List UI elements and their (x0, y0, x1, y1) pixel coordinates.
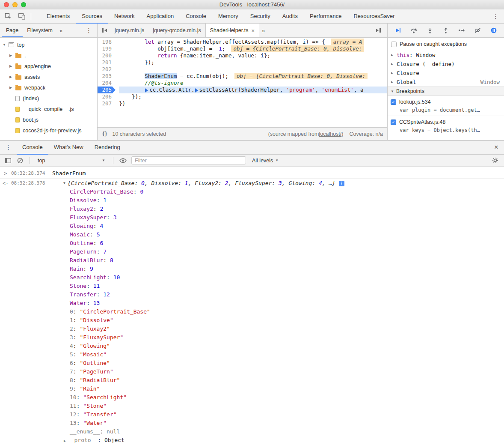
pause-on-caught-checkbox[interactable] (391, 42, 397, 47)
file-tab-jquery-min-js[interactable]: jquery.min.js (110, 24, 148, 37)
main-tab-security[interactable]: Security (244, 9, 276, 24)
object-property-row[interactable]: Rain: 9 (0, 265, 504, 273)
line-number[interactable]: 207 (98, 100, 116, 107)
line-number[interactable]: 205 (98, 87, 116, 93)
object-property-row[interactable]: 9: "Rain" (0, 385, 504, 393)
continue-to-marker-icon[interactable] (145, 88, 148, 93)
tree-item-index[interactable]: (index) (0, 93, 97, 104)
main-tab-sources[interactable]: Sources (76, 9, 108, 24)
object-property-row[interactable]: Glowing: 4 (0, 222, 504, 230)
object-property-row[interactable]: 7: "PageTurn" (0, 367, 504, 376)
object-property-row[interactable]: Mosaic: 5 (0, 230, 504, 239)
object-property-row[interactable]: 10: "SearchLight" (0, 393, 504, 402)
resume-script-icon[interactable] (393, 26, 403, 35)
main-menu-icon[interactable]: ⋮ (487, 12, 504, 20)
object-property-row[interactable]: Dissolve: 1 (0, 196, 504, 205)
device-toolbar-icon[interactable] (16, 11, 27, 22)
context-selector[interactable]: top ▼ (38, 158, 105, 164)
tree-item-cocos2d-js-for-preview-js[interactable]: cocos2d-js-for-preview.js (0, 125, 97, 136)
disclosure-icon[interactable]: ▶ (9, 75, 15, 79)
scope-row-global[interactable]: ▶GlobalWindow (388, 78, 504, 87)
line-number[interactable]: 198 (98, 39, 116, 45)
source-mapped-link[interactable]: localhost/ (319, 131, 341, 137)
main-tab-audits[interactable]: Audits (276, 9, 304, 24)
tree-item-top[interactable]: ▼top (0, 39, 97, 50)
step-over-icon[interactable] (409, 26, 418, 35)
main-tab-resourcessaver[interactable]: ResourcesSaver (347, 9, 400, 24)
line-number[interactable]: 200 (98, 52, 116, 59)
object-property-row[interactable]: 6: "Outline" (0, 359, 504, 367)
line-number[interactable]: 203 (98, 73, 116, 80)
object-property-row[interactable]: Stone: 11 (0, 282, 504, 290)
close-tab-icon[interactable]: × (251, 27, 255, 34)
object-property-row[interactable]: CirclePortrait_Base: 0 (0, 188, 504, 196)
object-property-row[interactable]: Outline: 6 (0, 239, 504, 248)
console-filter-input[interactable] (131, 156, 246, 164)
main-tab-memory[interactable]: Memory (212, 9, 244, 24)
scope-row-closure[interactable]: ▶Closure (__define) (388, 60, 504, 69)
object-property-row[interactable]: 3: "FluxaySuper" (0, 333, 504, 342)
drawer-tab-rendering[interactable]: Rendering (89, 140, 126, 155)
drawer-tab-console[interactable]: Console (17, 140, 48, 155)
object-property-row[interactable]: 1: "Dissolve" (0, 316, 504, 325)
more-navigator-tabs-icon[interactable]: » (57, 27, 65, 34)
object-property-row[interactable]: FluxaySuper: 3 (0, 213, 504, 222)
object-property-row[interactable]: 12: "Transfer" (0, 410, 504, 419)
object-property-row[interactable]: ▶__proto__: Object (0, 436, 504, 445)
close-drawer-icon[interactable]: × (489, 143, 504, 152)
object-property-row[interactable]: 2: "Fluxay2" (0, 325, 504, 333)
disclosure-icon[interactable]: ▶ (391, 80, 397, 84)
disclosure-icon[interactable]: ▶ (391, 71, 397, 75)
object-property-row[interactable]: 5: "Mosaic" (0, 350, 504, 359)
main-tab-console[interactable]: Console (180, 9, 212, 24)
window-minimize-button[interactable] (12, 2, 18, 7)
window-close-button[interactable] (4, 2, 9, 7)
scope-row-this[interactable]: ▶this: Window (388, 51, 504, 60)
line-number[interactable]: 204 (98, 80, 116, 87)
object-property-row[interactable]: 8: "RadialBlur" (0, 376, 504, 385)
line-number[interactable]: 206 (98, 93, 116, 100)
toggle-right-sidebar-icon[interactable] (373, 25, 384, 36)
object-property-row[interactable]: Transfer: 12 (0, 290, 504, 299)
breakpoint-checkbox[interactable] (391, 99, 396, 105)
main-tab-application[interactable]: Application (141, 9, 180, 24)
disclosure-icon[interactable]: ▶ (9, 64, 15, 68)
drawer-menu-icon[interactable]: ⋮ (0, 143, 17, 151)
object-property-row[interactable]: Fluxay2: 2 (0, 205, 504, 213)
disclosure-icon[interactable]: ▶ (64, 437, 66, 445)
collapse-navigator-icon[interactable] (99, 25, 110, 36)
navigator-tab-filesystem[interactable]: Filesystem (23, 24, 57, 37)
object-property-row[interactable]: PageTurn: 7 (0, 248, 504, 256)
tree-item-assets[interactable]: ▶assets (0, 72, 97, 82)
clear-console-icon[interactable] (15, 156, 25, 165)
object-property-row[interactable]: SearchLight: 10 (0, 273, 504, 282)
disclosure-icon[interactable]: ▶ (391, 62, 397, 66)
navigator-tab-page[interactable]: Page (2, 24, 23, 37)
drawer-tab-what-s-new[interactable]: What's New (48, 140, 89, 155)
tree-item-boot-js[interactable]: boot.js (0, 114, 97, 125)
navigator-menu-icon[interactable]: ⋮ (80, 27, 97, 34)
line-number[interactable]: 199 (98, 45, 116, 52)
disclosure-icon[interactable]: ▼ (3, 43, 9, 47)
main-tab-network[interactable]: Network (108, 9, 141, 24)
console-sidebar-icon[interactable] (3, 156, 13, 165)
file-tab-jquery-qrcode-min-js[interactable]: jquery-qrcode.min.js (148, 24, 205, 37)
step-icon[interactable] (457, 26, 466, 35)
continue-to-marker-icon[interactable] (195, 88, 198, 93)
disclosure-icon[interactable]: ▶ (9, 54, 15, 57)
main-tab-performance[interactable]: Performance (304, 9, 347, 24)
file-tab-shaderhelper-ts[interactable]: ShaderHelper.ts× (205, 24, 259, 37)
inspect-element-icon[interactable] (3, 11, 14, 22)
console-settings-gear-icon[interactable] (490, 156, 500, 165)
object-property-row[interactable]: Water: 13 (0, 299, 504, 308)
object-property-row[interactable]: 11: "Stone" (0, 402, 504, 410)
deactivate-breakpoints-icon[interactable] (473, 26, 483, 35)
main-tab-elements[interactable]: Elements (41, 9, 76, 24)
object-property-row[interactable]: 13: "Water" (0, 419, 504, 427)
breakpoints-section-header[interactable]: ▼ Breakpoints (388, 87, 504, 96)
disclosure-icon[interactable]: ▶ (9, 86, 15, 90)
disclosure-icon[interactable]: ▶ (391, 53, 397, 57)
pause-on-exceptions-icon[interactable] (489, 26, 498, 35)
object-property-row[interactable]: 0: "CirclePortrait_Base" (0, 308, 504, 316)
pretty-print-icon[interactable]: {} (102, 131, 107, 137)
